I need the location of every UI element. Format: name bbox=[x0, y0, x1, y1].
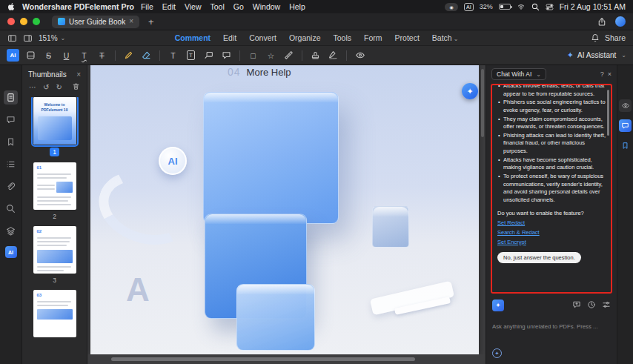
tab-batch[interactable]: Batch⌄ bbox=[432, 33, 459, 42]
sidebar-outline-icon[interactable] bbox=[4, 157, 18, 171]
search-and-redact-link[interactable]: Search & Redact bbox=[497, 229, 606, 236]
menu-tool[interactable]: Tool bbox=[211, 2, 225, 11]
tab-protect[interactable]: Protect bbox=[395, 33, 420, 42]
search-icon[interactable] bbox=[531, 3, 540, 11]
sidebar-ai-icon[interactable]: AI bbox=[5, 246, 17, 258]
new-tab-button[interactable]: + bbox=[148, 16, 154, 27]
menu-edit[interactable]: Edit bbox=[162, 2, 176, 11]
zoom-window-button[interactable] bbox=[33, 18, 40, 25]
eraser-tool-icon[interactable] bbox=[140, 49, 153, 62]
pencil-tool-icon[interactable] bbox=[122, 49, 135, 62]
chat-panel-header: Chat With AI ⌄ ? × bbox=[486, 65, 617, 83]
ai-status-icon[interactable]: AI bbox=[464, 3, 474, 11]
chat-feature-links: Set Redact Search & Redact Set Encrypt bbox=[497, 219, 606, 245]
toggle-right-panel-icon[interactable] bbox=[23, 33, 33, 43]
tab-form[interactable]: Form bbox=[364, 33, 382, 42]
sidebar-thumbnails-icon[interactable] bbox=[4, 90, 18, 105]
sidebar-search-icon[interactable] bbox=[4, 202, 18, 216]
eye-visibility-icon[interactable] bbox=[354, 49, 366, 62]
settings-sliders-icon[interactable] bbox=[602, 299, 611, 312]
floating-ai-button[interactable]: ✦ bbox=[462, 83, 478, 99]
menu-file[interactable]: File bbox=[141, 2, 153, 11]
share-button[interactable]: Share bbox=[605, 33, 626, 42]
close-chat-icon[interactable]: × bbox=[608, 70, 612, 78]
text-box-icon[interactable]: T bbox=[185, 49, 197, 62]
tab-close-icon[interactable]: × bbox=[129, 18, 133, 25]
apple-logo-icon[interactable] bbox=[7, 2, 16, 11]
control-center-icon[interactable] bbox=[546, 3, 554, 11]
trash-icon[interactable] bbox=[72, 82, 80, 92]
window-tabbar: User Guide Book × + bbox=[0, 13, 633, 30]
page1-cover-title: Welcome to PDFelement 10 bbox=[33, 102, 76, 112]
share-sheet-icon[interactable] bbox=[597, 17, 606, 27]
zoom-control[interactable]: 151% ⌄ bbox=[39, 34, 65, 42]
menu-go[interactable]: Go bbox=[233, 2, 244, 11]
horizontal-scrollbar[interactable] bbox=[111, 357, 415, 361]
set-redact-link[interactable]: Set Redact bbox=[497, 219, 606, 226]
new-chat-icon[interactable] bbox=[572, 299, 581, 312]
signature-pen-icon[interactable] bbox=[327, 49, 339, 62]
menu-view[interactable]: View bbox=[185, 2, 202, 11]
globe-icon[interactable]: ✦ bbox=[492, 348, 502, 358]
history-clock-icon[interactable] bbox=[587, 299, 596, 312]
decline-chip-button[interactable]: No, just answer the question. bbox=[497, 252, 581, 263]
eye-panel-icon[interactable] bbox=[619, 99, 632, 112]
pdf-page[interactable]: 04 More Help AI A bbox=[90, 65, 479, 354]
sticky-note-icon[interactable] bbox=[220, 49, 233, 62]
document-tab[interactable]: User Guide Book × bbox=[52, 16, 139, 28]
chat-scrollbar[interactable] bbox=[607, 90, 609, 136]
ai-chat-badge-icon[interactable] bbox=[619, 119, 632, 132]
ai-assistant-button[interactable]: ✦ AI Assistant ⌄ bbox=[567, 50, 626, 60]
toolbar-divider bbox=[346, 50, 347, 61]
shapes-icon[interactable]: □ bbox=[247, 49, 259, 62]
help-icon[interactable]: ? bbox=[600, 70, 604, 78]
chat-input[interactable] bbox=[492, 323, 611, 330]
area-highlight-icon[interactable] bbox=[24, 49, 37, 62]
battery-icon[interactable] bbox=[499, 4, 511, 10]
stamp-icon[interactable] bbox=[309, 49, 322, 62]
page-thumbnail-4[interactable]: 03 bbox=[33, 290, 76, 337]
star-shape-icon[interactable]: ☆ bbox=[265, 49, 277, 62]
text-callout-icon[interactable] bbox=[202, 49, 215, 62]
tab-convert[interactable]: Convert bbox=[249, 33, 276, 42]
tab-tools[interactable]: Tools bbox=[334, 33, 352, 42]
menu-window[interactable]: Window bbox=[253, 2, 280, 11]
user-avatar[interactable] bbox=[615, 16, 626, 27]
chat-bullet: Attacks involve emails, texts, or calls … bbox=[497, 84, 606, 98]
add-text-icon[interactable]: T bbox=[167, 49, 179, 62]
underline-icon[interactable]: U bbox=[60, 49, 73, 62]
page-thumbnail-2[interactable]: 01 bbox=[33, 162, 76, 210]
minimize-window-button[interactable] bbox=[20, 18, 27, 25]
sidebar-layers-icon[interactable] bbox=[4, 224, 18, 238]
wifi-icon[interactable] bbox=[517, 3, 526, 10]
close-window-button[interactable] bbox=[7, 18, 15, 25]
strikethrough-icon[interactable]: S bbox=[42, 49, 55, 62]
toggle-left-panel-icon[interactable] bbox=[7, 33, 17, 43]
sidebar-attachments-icon[interactable] bbox=[4, 179, 18, 193]
tab-comment[interactable]: Comment bbox=[175, 33, 211, 42]
measure-icon[interactable] bbox=[282, 49, 295, 62]
screen-record-icon[interactable]: ◉ bbox=[445, 3, 458, 11]
set-encrypt-link[interactable]: Set Encrypt bbox=[497, 239, 606, 245]
page-thumbnail-1[interactable]: Welcome to PDFelement 10 bbox=[33, 97, 76, 145]
close-panel-icon[interactable]: × bbox=[76, 70, 81, 79]
sidebar-comments-icon[interactable] bbox=[4, 113, 18, 127]
vertical-scrollbar[interactable] bbox=[481, 69, 484, 137]
tab-edit[interactable]: Edit bbox=[223, 33, 236, 42]
menu-help[interactable]: Help bbox=[289, 2, 305, 11]
page-thumbnail-3[interactable]: 02 bbox=[33, 226, 76, 274]
chat-mode-dropdown[interactable]: Chat With AI ⌄ bbox=[491, 68, 546, 80]
squiggly-underline-icon[interactable]: T bbox=[78, 49, 90, 62]
sidebar-bookmarks-icon[interactable] bbox=[4, 135, 18, 149]
rotate-right-icon[interactable]: ↻ bbox=[56, 83, 62, 91]
bookmark-badge-icon[interactable] bbox=[619, 139, 632, 152]
ai-markup-tool-button[interactable]: AI bbox=[7, 49, 19, 62]
strike-text-icon[interactable]: T bbox=[96, 49, 108, 62]
menubar-clock[interactable]: Fri 2 Aug 10:51 AM bbox=[560, 2, 626, 11]
rotate-left-icon[interactable]: ↺ bbox=[43, 83, 49, 91]
notifications-bell-icon[interactable] bbox=[591, 33, 600, 42]
more-options-icon[interactable]: ⋯ bbox=[29, 83, 36, 91]
tab-organize[interactable]: Organize bbox=[289, 33, 321, 42]
chevron-down-icon: ⌄ bbox=[621, 52, 626, 59]
horizontal-scrollbar-track bbox=[87, 354, 485, 364]
